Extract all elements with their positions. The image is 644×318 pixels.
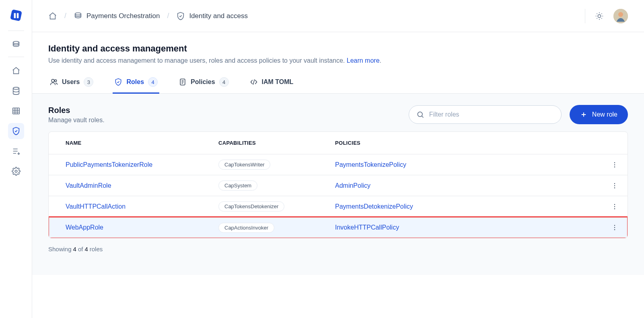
dots-vertical-icon <box>611 224 618 231</box>
row-actions-button[interactable] <box>610 181 619 191</box>
svg-rect-0 <box>10 9 22 21</box>
breadcrumb-project-label: Payments Orchestration <box>86 12 160 20</box>
document-icon <box>179 78 187 86</box>
panel: Roles Manage vault roles. New role NAME <box>32 94 644 275</box>
tab-users-count: 3 <box>84 77 93 87</box>
svg-point-14 <box>418 112 422 117</box>
col-policies: POLICIES <box>335 140 595 146</box>
row-actions-button[interactable] <box>610 160 619 170</box>
svg-point-20 <box>614 187 615 188</box>
row-actions-button[interactable] <box>610 223 619 232</box>
table-row: VaultAdminRole CapSystem AdminPolicy <box>49 175 628 196</box>
panel-title: Roles <box>48 106 105 115</box>
svg-point-11 <box>51 79 54 82</box>
tab-iam-toml-label: IAM TOML <box>262 78 294 86</box>
row-actions-button[interactable] <box>610 202 619 211</box>
users-icon <box>50 78 58 86</box>
sidebar-item-data[interactable] <box>8 83 24 99</box>
sidebar-item-tables[interactable] <box>8 103 24 119</box>
sidebar-item-settings[interactable] <box>8 163 24 179</box>
policy-link[interactable]: AdminPolicy <box>335 182 370 189</box>
home-icon <box>48 12 57 21</box>
svg-point-6 <box>15 170 17 172</box>
svg-point-18 <box>614 183 615 184</box>
col-name: NAME <box>66 140 218 146</box>
page-description: Use identity and access management to ma… <box>48 57 628 64</box>
new-role-button[interactable]: New role <box>570 105 628 124</box>
app-logo[interactable] <box>8 7 24 23</box>
page-title: Identity and access management <box>48 43 628 54</box>
svg-point-17 <box>614 166 615 167</box>
search-icon <box>416 111 424 119</box>
sidebar-item-home[interactable] <box>8 63 24 79</box>
svg-rect-5 <box>12 108 19 114</box>
user-avatar[interactable] <box>613 9 628 23</box>
table-row: WebAppRole CapActionsInvoker InvokeHTTPC… <box>49 217 628 238</box>
tab-roles-count: 4 <box>148 77 158 87</box>
policy-link[interactable]: InvokeHTTPCallPolicy <box>335 224 399 231</box>
svg-point-15 <box>614 162 615 163</box>
capability-chip: CapTokensDetokenizer <box>218 201 284 211</box>
role-name-link[interactable]: VaultAdminRole <box>66 182 111 189</box>
breadcrumb-page[interactable]: Identity and access <box>176 12 248 21</box>
role-name-link[interactable]: PublicPaymentsTokenizerRole <box>66 161 152 168</box>
svg-point-21 <box>614 204 615 205</box>
panel-subtitle: Manage vault roles. <box>48 117 105 124</box>
table-header: NAME CAPABILITIES POLICIES <box>49 132 628 154</box>
svg-point-4 <box>13 87 19 90</box>
tab-iam-toml[interactable]: IAM TOML <box>248 77 295 94</box>
svg-point-23 <box>614 208 615 209</box>
svg-rect-2 <box>16 13 19 18</box>
svg-point-24 <box>614 225 615 226</box>
new-role-label: New role <box>592 111 617 118</box>
svg-point-22 <box>614 206 615 207</box>
dots-vertical-icon <box>611 203 618 210</box>
table-row: PublicPaymentsTokenizerRole CapTokensWri… <box>49 154 628 175</box>
tab-users[interactable]: Users 3 <box>48 77 95 94</box>
tab-roles[interactable]: Roles 4 <box>113 77 159 94</box>
topbar-divider <box>585 9 585 23</box>
svg-point-8 <box>598 14 601 17</box>
role-name-link[interactable]: WebAppRole <box>66 224 103 231</box>
breadcrumb-page-label: Identity and access <box>189 12 248 20</box>
sidebar-separator <box>8 57 24 57</box>
tab-policies-label: Policies <box>191 78 215 86</box>
filter-roles-input[interactable] <box>429 111 554 118</box>
breadcrumb-separator: / <box>64 12 66 20</box>
table-row: VaultHTTPCallAction CapTokensDetokenizer… <box>49 196 628 217</box>
tab-policies-count: 4 <box>219 77 229 87</box>
breadcrumb-separator: / <box>167 12 169 20</box>
roles-table: NAME CAPABILITIES POLICIES PublicPayment… <box>48 131 628 238</box>
role-name-link[interactable]: VaultHTTPCallAction <box>66 203 126 210</box>
dots-vertical-icon <box>611 182 618 189</box>
breadcrumb-project[interactable]: Payments Orchestration <box>74 12 160 21</box>
search-wrap <box>409 105 562 124</box>
policy-link[interactable]: PaymentsDetokenizePolicy <box>335 203 413 210</box>
topbar: / Payments Orchestration / Identity and … <box>32 0 644 32</box>
svg-point-26 <box>614 229 615 230</box>
sidebar-separator <box>8 31 24 31</box>
code-icon <box>250 78 258 86</box>
theme-toggle-icon[interactable] <box>595 12 604 21</box>
svg-point-19 <box>614 185 615 186</box>
dots-vertical-icon <box>611 161 618 168</box>
breadcrumb-home[interactable] <box>48 12 57 21</box>
shield-icon <box>176 12 185 21</box>
tabs: Users 3 Roles 4 Policies 4 IAM TOML <box>32 77 644 94</box>
svg-point-7 <box>75 12 81 15</box>
sidebar-item-database[interactable] <box>8 37 24 53</box>
tab-users-label: Users <box>62 78 80 86</box>
svg-point-25 <box>614 227 615 228</box>
tab-policies[interactable]: Policies 4 <box>177 77 230 94</box>
tab-roles-label: Roles <box>126 78 144 86</box>
learn-more-link[interactable]: Learn more <box>347 57 380 64</box>
sidebar-item-logs[interactable] <box>8 143 24 159</box>
shield-icon <box>114 78 122 86</box>
policy-link[interactable]: PaymentsTokenizePolicy <box>335 161 406 168</box>
sidebar-item-iam[interactable] <box>8 123 24 139</box>
content: Identity and access management Use ident… <box>32 32 644 318</box>
svg-point-10 <box>618 12 623 17</box>
table-footer: Showing 4 of 4 roles <box>48 246 628 252</box>
svg-point-12 <box>55 80 57 82</box>
plus-icon <box>580 111 587 118</box>
